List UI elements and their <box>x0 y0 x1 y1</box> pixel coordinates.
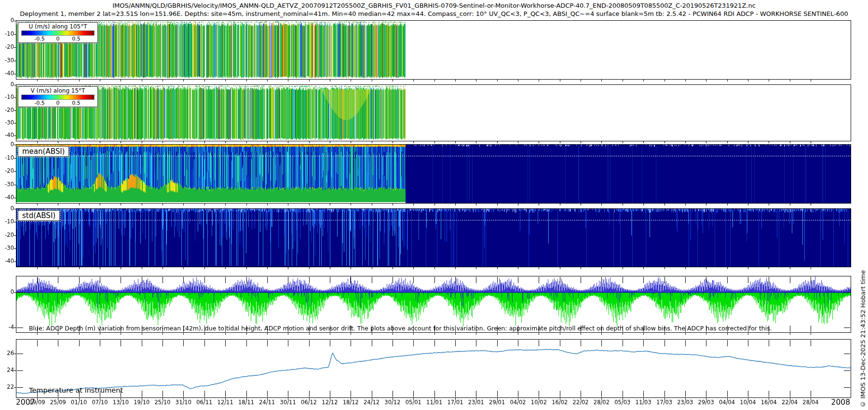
x-tick-label: 30/11 <box>276 399 299 406</box>
y-tick-label: -10 <box>0 154 14 161</box>
std-absi-heatmap <box>16 209 851 267</box>
y-tick-label: -30 <box>0 57 14 64</box>
x-tick-label: 16/04 <box>757 399 780 406</box>
x-tick-label: 22/02 <box>569 399 592 406</box>
x-tick-label: 04/02 <box>506 399 529 406</box>
y-tick-label: -40 <box>0 70 14 77</box>
x-tick-label: 18/11 <box>235 399 258 406</box>
x-tick-label: 17/03 <box>653 399 676 406</box>
x-tick-label: 23/01 <box>464 399 488 406</box>
jet-colorbar <box>21 30 95 36</box>
year-label-start: 2007 <box>16 398 35 407</box>
y-tick-label: -20 <box>0 43 14 50</box>
mean-absi-heatmap <box>16 145 851 203</box>
panel-u-velocity: U (m/s) along 105°T -0.5 0 0.5 <box>16 20 851 80</box>
y-tick-label: -40 <box>0 258 14 264</box>
depth-variation-annotation: Blue: ADCP Depth (m) variation from sens… <box>29 325 772 332</box>
colorbar-tick-label: 0.5 <box>72 36 81 42</box>
x-tick-label: 25/09 <box>46 399 69 406</box>
copyright-watermark: © IMOS 13-Dec-2025 21:43:52 Hobart time <box>859 270 867 408</box>
mean-absi-label: mean(ABSI) <box>18 146 69 157</box>
panel-depth-variation: Blue: ADCP Depth (m) variation from sens… <box>16 276 851 333</box>
y-tick-label: -10 <box>0 30 14 37</box>
x-tick-label: 24/11 <box>256 399 279 406</box>
x-tick-label: 18/12 <box>339 399 362 406</box>
u-velocity-heatmap <box>16 21 851 79</box>
figure-subtitle: Deployment 1, member 2 lat=23.51S lon=15… <box>0 10 868 18</box>
figure-title: IMOS/ANMN/QLD/GBRHIS/Velocity/IMOS_ANMN-… <box>0 2 868 10</box>
panel-std-absi: std(ABSI) <box>16 208 851 267</box>
y-tick-label: -10 <box>0 218 14 225</box>
std-absi-label: std(ABSI) <box>18 210 60 221</box>
y-tick-label: 0 <box>0 288 14 295</box>
v-legend-title: V (m/s) along 15°T <box>21 87 95 95</box>
colorbar-tick-label: 0.5 <box>72 100 81 106</box>
y-tick-label: 0 <box>0 17 14 24</box>
x-tick-label: 05/03 <box>611 399 634 406</box>
colorbar-tick-label: -0.5 <box>34 36 44 42</box>
y-tick-label: -40 <box>0 132 14 138</box>
u-legend-title: U (m/s) along 105°T <box>21 23 95 30</box>
x-tick-label: 05/01 <box>402 399 425 406</box>
x-tick-label: 28/02 <box>590 399 613 406</box>
y-tick-label: 24 <box>0 367 14 373</box>
y-tick-label: -30 <box>0 181 14 188</box>
x-tick-label: 22/04 <box>778 399 801 406</box>
x-tick-label: 17/01 <box>444 399 467 406</box>
colorbar-tick-labels: -0.5 0 0.5 <box>21 36 95 42</box>
y-tick-label: -4 <box>0 324 14 330</box>
x-tick-label: 16/02 <box>548 399 571 406</box>
y-tick-label: -20 <box>0 232 14 238</box>
y-tick-label: 0 <box>0 141 14 148</box>
v-velocity-heatmap <box>16 85 851 141</box>
x-tick-label: 10/04 <box>736 399 760 406</box>
x-tick-label: 13/10 <box>109 399 132 406</box>
x-tick-label: 11/03 <box>632 399 655 406</box>
y-tick-label: -20 <box>0 107 14 113</box>
x-tick-label: 06/11 <box>193 399 216 406</box>
x-tick-label: 29/01 <box>486 399 509 406</box>
x-tick-label: 30/12 <box>381 399 404 406</box>
v-colorbar-legend: V (m/s) along 15°T -0.5 0 0.5 <box>18 86 98 107</box>
year-label-end: 2008 <box>831 398 850 407</box>
adcp-deployment-figure: IMOS/ANMN/QLD/GBRHIS/Velocity/IMOS_ANMN-… <box>0 0 868 410</box>
x-tick-label: 23/03 <box>674 399 697 406</box>
x-tick-label: 07/10 <box>88 399 111 406</box>
colorbar-tick-label: -0.5 <box>34 100 44 106</box>
y-tick-label: 22 <box>0 383 14 390</box>
jet-colorbar <box>21 95 95 100</box>
y-tick-label: -30 <box>0 245 14 251</box>
x-tick-label: 24/12 <box>360 399 383 406</box>
x-tick-label: 25/10 <box>151 399 174 406</box>
colorbar-tick-labels: -0.5 0 0.5 <box>21 100 95 106</box>
colorbar-tick-label: 0 <box>56 36 60 42</box>
y-tick-label: -40 <box>0 194 14 201</box>
x-tick-label: 31/10 <box>172 399 195 406</box>
x-tick-label: 11/01 <box>423 399 446 406</box>
y-tick-label: -10 <box>0 94 14 100</box>
temperature-plot <box>16 340 851 397</box>
y-tick-label: 0 <box>0 81 14 88</box>
depth-variation-plot <box>16 276 851 332</box>
x-tick-label: 10/02 <box>527 399 550 406</box>
panel-v-velocity: V (m/s) along 15°T -0.5 0 0.5 <box>16 84 851 141</box>
temperature-label: Temperature at instrument <box>29 386 123 394</box>
x-tick-label: 06/12 <box>298 399 321 406</box>
u-colorbar-legend: U (m/s) along 105°T -0.5 0 0.5 <box>18 22 98 43</box>
y-tick-label: 0 <box>0 205 14 212</box>
x-tick-label: 12/12 <box>318 399 341 406</box>
x-tick-label: 12/11 <box>214 399 237 406</box>
y-tick-label: 26 <box>0 350 14 356</box>
x-tick-label: 04/04 <box>716 399 739 406</box>
x-tick-label: 19/10 <box>130 399 153 406</box>
y-tick-label: -20 <box>0 167 14 174</box>
x-tick-label: 28/04 <box>799 399 822 406</box>
panel-temperature: Temperature at instrument <box>16 339 851 398</box>
x-tick-label: 01/10 <box>68 399 91 406</box>
y-tick-label: -30 <box>0 119 14 126</box>
colorbar-tick-label: 0 <box>56 100 60 106</box>
x-tick-label: 29/03 <box>694 399 718 406</box>
panel-mean-absi: mean(ABSI) <box>16 144 851 204</box>
